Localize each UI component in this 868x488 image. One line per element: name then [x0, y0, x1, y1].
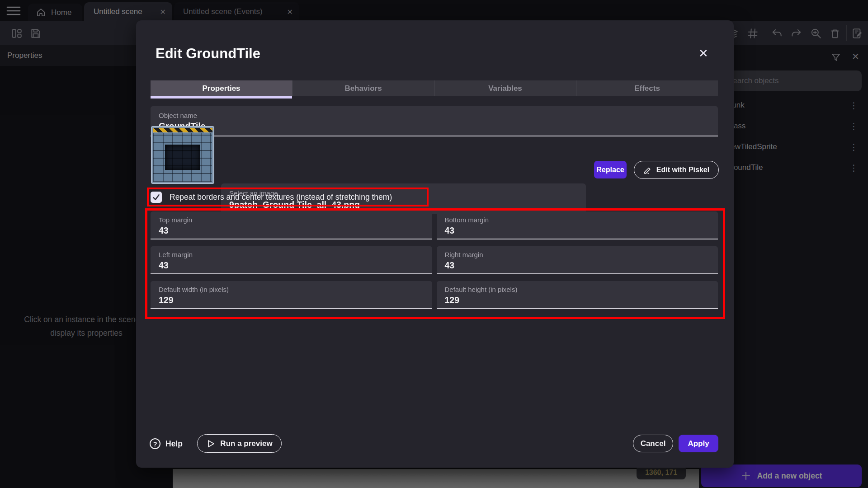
repeat-borders-label: Repeat borders and center textures (inst… [170, 192, 392, 202]
help-button[interactable]: ? Help [150, 435, 183, 453]
repeat-borders-checkbox[interactable] [151, 192, 162, 203]
gdevelop-editor: Home Untitled scene ✕ Untitled scene (Ev… [0, 0, 868, 488]
tab-behaviors[interactable]: Behaviors [292, 80, 434, 96]
checkmark-icon [152, 193, 160, 202]
object-name-label: Object name [159, 112, 197, 119]
pencil-icon [643, 166, 652, 174]
tab-properties[interactable]: Properties [151, 80, 292, 96]
sprite-thumbnail [151, 126, 214, 184]
replace-button[interactable]: Replace [594, 161, 627, 178]
cancel-button[interactable]: Cancel [633, 435, 673, 452]
edit-object-dialog: Edit GroundTile ✕ Properties Behaviors V… [136, 20, 734, 468]
stone-tile-texture [153, 133, 212, 182]
tab-variables[interactable]: Variables [434, 80, 576, 96]
default-width-field[interactable]: Default width (in pixels) 129 [151, 281, 432, 309]
apply-button[interactable]: Apply [679, 435, 718, 452]
close-icon[interactable]: ✕ [698, 47, 708, 61]
dialog-tabs: Properties Behaviors Variables Effects [151, 80, 718, 99]
object-name-field[interactable]: Object name GroundTile [151, 106, 718, 136]
tab-effects[interactable]: Effects [576, 80, 718, 96]
right-margin-field[interactable]: Right margin 43 [437, 246, 718, 274]
top-margin-field[interactable]: Top margin 43 [151, 211, 432, 239]
edit-with-piskel-button[interactable]: Edit with Piskel [634, 161, 719, 179]
hazard-stripe-texture [153, 128, 212, 132]
default-height-field[interactable]: Default height (in pixels) 129 [437, 281, 718, 309]
play-icon [206, 439, 215, 448]
left-margin-field[interactable]: Left margin 43 [151, 246, 432, 274]
nine-patch-fields: Top margin 43 Bottom margin 43 Left marg… [151, 211, 718, 309]
dialog-title: Edit GroundTile [156, 46, 260, 62]
repeat-borders-row: Repeat borders and center textures (inst… [151, 189, 392, 205]
run-preview-button[interactable]: Run a preview [197, 434, 282, 453]
help-icon: ? [150, 438, 160, 449]
bottom-margin-field[interactable]: Bottom margin 43 [437, 211, 718, 239]
